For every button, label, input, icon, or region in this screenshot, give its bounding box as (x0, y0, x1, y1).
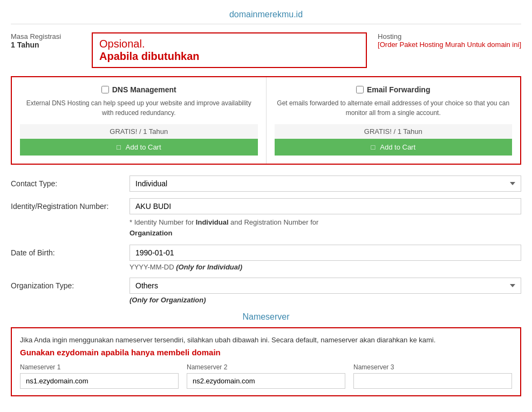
identity-row: Identity/Registration Number: * Identity… (11, 198, 521, 238)
registration-row: Masa Registrasi 1 Tahun Opsional. Apabil… (11, 32, 521, 68)
ns3-label: Nameserver 3 (353, 363, 512, 371)
addon-email-add-button[interactable]: Add to Cart (275, 139, 513, 156)
addon-email-title: Email Forwarding (367, 85, 430, 94)
org-type-hint: (Only for Organization) (129, 296, 521, 304)
hosting-block: Hosting [Order Paket Hosting Murah Untuk… (378, 32, 521, 49)
addon-email-btn-label: Add to Cart (380, 143, 415, 151)
cart-icon (117, 143, 123, 151)
identity-hint-pre: * Identity Number for (129, 218, 196, 226)
addon-dns-card: DNS Management External DNS Hosting can … (12, 77, 267, 164)
ns1-input[interactable] (20, 373, 179, 389)
addon-dns-price: GRATIS! / 1 Tahun (20, 124, 258, 139)
masa-value: 1 Tahun (11, 40, 81, 49)
ns-info-text: Jika Anda ingin menggunakan nameserver t… (20, 335, 512, 346)
addon-email-header: Email Forwarding (275, 85, 513, 94)
addon-dns-desc: External DNS Hosting can help speed up y… (20, 98, 258, 118)
hosting-label: Hosting (378, 32, 521, 40)
org-type-row: Organization Type: Others Company Associ… (11, 278, 521, 304)
dob-hint-pre: YYYY-MM-DD (129, 263, 176, 271)
identity-hint: * Identity Number for Individual and Reg… (129, 217, 521, 238)
ns-fields: Nameserver 1 Nameserver 2 Nameserver 3 (20, 363, 512, 389)
addon-dns-checkbox[interactable] (101, 86, 109, 93)
ns-warning-text: Gunakan ezydomain apabila hanya membeli … (20, 348, 512, 357)
addon-dns-title: DNS Management (112, 85, 176, 94)
contact-type-wrap: Individual Organization (129, 175, 521, 192)
dob-hint: YYYY-MM-DD (Only for Individual) (129, 263, 521, 271)
identity-wrap: * Identity Number for Individual and Reg… (129, 198, 521, 238)
form-section: Contact Type: Individual Organization Id… (11, 175, 521, 304)
ns3-field: Nameserver 3 (353, 363, 512, 389)
dob-wrap: YYYY-MM-DD (Only for Individual) (129, 245, 521, 271)
addon-email-checkbox[interactable] (356, 86, 364, 93)
masa-block: Masa Registrasi 1 Tahun (11, 32, 81, 49)
addon-email-card: Email Forwarding Get emails forwarded to… (267, 77, 521, 164)
org-type-label: Organization Type: (11, 278, 129, 290)
dob-input[interactable] (129, 245, 521, 261)
dob-label: Date of Birth: (11, 245, 129, 257)
identity-hint-mid: and Registration Number for (229, 218, 319, 226)
addon-dns-header: DNS Management (20, 85, 258, 94)
site-title: domainmerekmu.id (11, 5, 521, 24)
org-type-select[interactable]: Others Company Association Government (129, 278, 521, 294)
ns2-input[interactable] (187, 373, 345, 389)
opsional-line1: Opsional. (99, 38, 359, 50)
ns2-field: Nameserver 2 (187, 363, 345, 389)
addons-section: DNS Management External DNS Hosting can … (11, 76, 521, 165)
addon-dns-add-button[interactable]: Add to Cart (20, 139, 258, 156)
identity-hint-bold2: Organization (129, 229, 172, 237)
masa-label: Masa Registrasi (11, 32, 81, 40)
opsional-box: Opsional. Apabila dibutuhkan (92, 32, 367, 68)
contact-type-select[interactable]: Individual Organization (129, 175, 521, 192)
identity-hint-bold1: Individual (196, 218, 229, 226)
addon-email-desc: Get emails forwarded to alternate email … (275, 98, 513, 118)
ns1-field: Nameserver 1 (20, 363, 179, 389)
ns1-label: Nameserver 1 (20, 363, 179, 371)
hosting-link[interactable]: [Order Paket Hosting Murah Untuk domain … (378, 40, 521, 49)
dob-hint-bold: (Only for Individual) (176, 263, 242, 271)
cart-icon-2 (371, 143, 377, 151)
dob-row: Date of Birth: YYYY-MM-DD (Only for Indi… (11, 245, 521, 271)
identity-label: Identity/Registration Number: (11, 198, 129, 211)
nameserver-section: Jika Anda ingin menggunakan nameserver t… (11, 327, 521, 396)
nameserver-section-title: Nameserver (11, 312, 521, 322)
addon-email-price: GRATIS! / 1 Tahun (275, 124, 513, 139)
identity-input[interactable] (129, 198, 521, 214)
org-type-wrap: Others Company Association Government (O… (129, 278, 521, 304)
ns3-input[interactable] (353, 373, 512, 389)
opsional-line2: Apabila dibutuhkan (99, 50, 359, 63)
addon-dns-btn-label: Add to Cart (126, 143, 161, 151)
contact-type-label: Contact Type: (11, 175, 129, 188)
contact-type-row: Contact Type: Individual Organization (11, 175, 521, 192)
org-type-hint-text: (Only for Organization) (129, 296, 206, 304)
ns2-label: Nameserver 2 (187, 363, 345, 371)
